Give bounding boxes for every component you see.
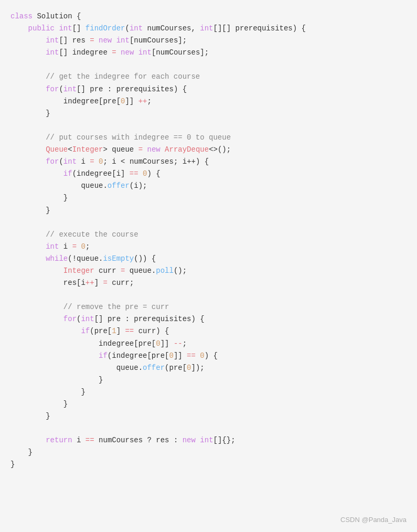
watermark: CSDN @Panda_Java — [340, 516, 407, 524]
code-block: class Solution { public int[] findOrder(… — [10, 10, 407, 471]
code-container: class Solution { public int[] findOrder(… — [0, 0, 417, 532]
